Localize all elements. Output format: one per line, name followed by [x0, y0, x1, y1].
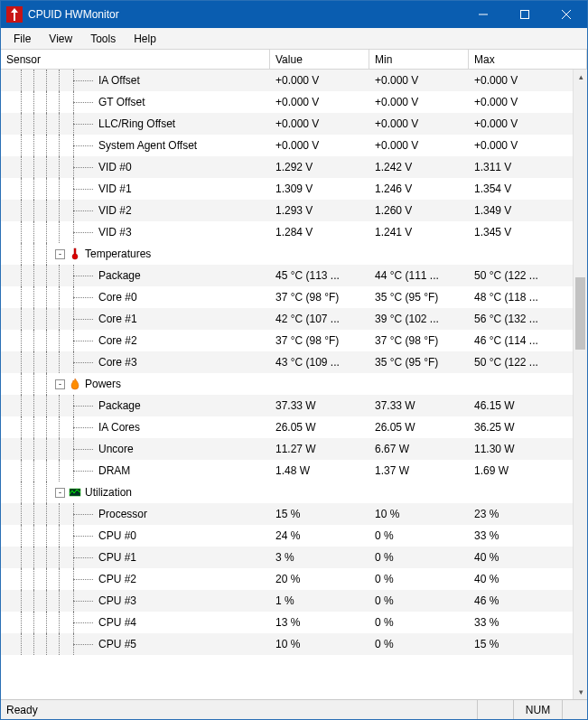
cell-max: 50 °C (122 ... [469, 269, 573, 282]
cell-min: 6.67 W [369, 443, 469, 455]
cell-value: 11.27 W [270, 443, 369, 455]
tree-leaf-row[interactable]: LLC/Ring Offset+0.000 V+0.000 V+0.000 V [1, 113, 573, 135]
window-title: CPUID HWMonitor [28, 8, 462, 21]
tree-leaf-row[interactable]: CPU #413 %0 %33 % [1, 612, 573, 633]
cell-max: 1.345 V [469, 226, 573, 238]
cell-value: 1.293 V [270, 204, 369, 217]
cell-max: 15 % [469, 638, 573, 650]
cell-min: 0 % [369, 638, 469, 650]
scroll-thumb[interactable] [575, 277, 585, 350]
cell-max: 1.69 W [469, 464, 573, 477]
sensor-name: Processor [98, 508, 147, 520]
sensor-name: Uncore [98, 443, 134, 455]
svg-rect-1 [521, 11, 529, 19]
tree-leaf-row[interactable]: VID #01.292 V1.242 V1.311 V [1, 156, 573, 178]
cell-max: 23 % [469, 508, 573, 520]
cell-value: 10 % [270, 638, 369, 650]
tree-leaf-row[interactable]: Package37.33 W37.33 W46.15 W [1, 395, 573, 416]
sensor-name: VID #0 [98, 161, 132, 173]
header-min[interactable]: Min [369, 50, 469, 69]
group-label: Powers [85, 378, 121, 390]
cell-min: +0.000 V [369, 139, 469, 152]
menu-tools[interactable]: Tools [81, 30, 125, 48]
cell-max: 40 % [469, 573, 573, 585]
scroll-up-button[interactable]: ▴ [574, 70, 587, 84]
menu-file[interactable]: File [5, 30, 40, 48]
tree-leaf-row[interactable]: Core #343 °C (109 ...35 °C (95 °F)50 °C … [1, 351, 573, 373]
sensor-name: Package [98, 269, 141, 282]
tree-leaf-row[interactable]: IA Offset+0.000 V+0.000 V+0.000 V [1, 70, 573, 91]
tree-group-row[interactable]: -Utilization [1, 482, 573, 503]
tree-leaf-row[interactable]: VID #31.284 V1.241 V1.345 V [1, 221, 573, 243]
header-max[interactable]: Max [469, 50, 587, 69]
cell-max: 46 °C (114 ... [469, 334, 573, 347]
status-text: Ready [1, 704, 477, 716]
cell-max: 1.349 V [469, 204, 573, 217]
tree-leaf-row[interactable]: Core #037 °C (98 °F)35 °C (95 °F)48 °C (… [1, 286, 573, 308]
cell-min: 1.246 V [369, 182, 469, 195]
sensor-name: CPU #2 [98, 573, 136, 585]
fire-icon [69, 378, 81, 390]
sensor-name: VID #2 [98, 204, 132, 217]
tree-leaf-row[interactable]: Package45 °C (113 ...44 °C (111 ...50 °C… [1, 265, 573, 286]
tree-leaf-row[interactable]: System Agent Offset+0.000 V+0.000 V+0.00… [1, 135, 573, 156]
tree-leaf-row[interactable]: CPU #510 %0 %15 % [1, 633, 573, 655]
minimize-button[interactable] [462, 1, 504, 28]
maximize-button[interactable] [504, 1, 546, 28]
tree-expander[interactable]: - [55, 249, 65, 259]
menu-help[interactable]: Help [125, 30, 165, 48]
close-button[interactable] [546, 1, 587, 28]
cell-min: 26.05 W [369, 421, 469, 434]
cell-max: 50 °C (122 ... [469, 356, 573, 369]
tree-expander[interactable]: - [55, 379, 65, 389]
cell-min: 1.241 V [369, 226, 469, 238]
tree-leaf-row[interactable]: Uncore11.27 W6.67 W11.30 W [1, 438, 573, 460]
cell-max: +0.000 V [469, 139, 573, 152]
tree-leaf-row[interactable]: Core #142 °C (107 ...39 °C (102 ...56 °C… [1, 308, 573, 330]
sensor-name: System Agent Offset [98, 139, 197, 152]
tree-leaf-row[interactable]: VID #21.293 V1.260 V1.349 V [1, 200, 573, 221]
cell-value: 42 °C (107 ... [270, 313, 369, 325]
cell-value: 43 °C (109 ... [270, 356, 369, 369]
header-value[interactable]: Value [270, 50, 369, 69]
sensor-name: CPU #4 [98, 616, 136, 629]
titlebar[interactable]: CPUID HWMonitor [1, 1, 587, 28]
cell-min: 0 % [369, 573, 469, 585]
sensor-name: CPU #3 [98, 594, 136, 607]
column-headers: Sensor Value Min Max [1, 50, 587, 70]
header-sensor[interactable]: Sensor [1, 50, 270, 69]
window-controls [462, 1, 587, 28]
tree-leaf-row[interactable]: CPU #31 %0 %46 % [1, 590, 573, 612]
cell-min: 37 °C (98 °F) [369, 334, 469, 347]
sensor-name: VID #1 [98, 182, 132, 195]
cell-value: 1.292 V [270, 161, 369, 173]
cell-min: 35 °C (95 °F) [369, 356, 469, 369]
sensor-tree: IA Offset+0.000 V+0.000 V+0.000 VGT Offs… [1, 70, 587, 699]
tree-group-row[interactable]: -Temperatures [1, 243, 573, 265]
cell-min: 39 °C (102 ... [369, 313, 469, 325]
tree-leaf-row[interactable]: VID #11.309 V1.246 V1.354 V [1, 178, 573, 200]
cell-max: 56 °C (132 ... [469, 313, 573, 325]
cell-max: 46.15 W [469, 399, 573, 412]
cell-max: 1.354 V [469, 182, 573, 195]
tree-leaf-row[interactable]: CPU #13 %0 %40 % [1, 547, 573, 568]
cell-value: 1.48 W [270, 464, 369, 477]
tree-leaf-row[interactable]: Core #237 °C (98 °F)37 °C (98 °F)46 °C (… [1, 330, 573, 351]
tree-leaf-row[interactable]: GT Offset+0.000 V+0.000 V+0.000 V [1, 91, 573, 113]
cell-min: +0.000 V [369, 117, 469, 130]
status-bar: Ready NUM [1, 699, 587, 719]
group-label: Temperatures [85, 248, 151, 260]
menu-view[interactable]: View [40, 30, 81, 48]
cell-value: 1.284 V [270, 226, 369, 238]
tree-leaf-row[interactable]: Processor15 %10 %23 % [1, 503, 573, 525]
vertical-scrollbar[interactable]: ▴ ▾ [573, 70, 587, 699]
tree-leaf-row[interactable]: DRAM1.48 W1.37 W1.69 W [1, 460, 573, 482]
tree-leaf-row[interactable]: CPU #024 %0 %33 % [1, 525, 573, 547]
tree-group-row[interactable]: -Powers [1, 373, 573, 395]
tree-expander[interactable]: - [55, 488, 65, 498]
tree-leaf-row[interactable]: CPU #220 %0 %40 % [1, 568, 573, 590]
tree-leaf-row[interactable]: IA Cores26.05 W26.05 W36.25 W [1, 416, 573, 438]
status-pane-1 [477, 700, 513, 719]
scroll-down-button[interactable]: ▾ [574, 685, 587, 699]
sensor-name: LLC/Ring Offset [98, 117, 175, 130]
